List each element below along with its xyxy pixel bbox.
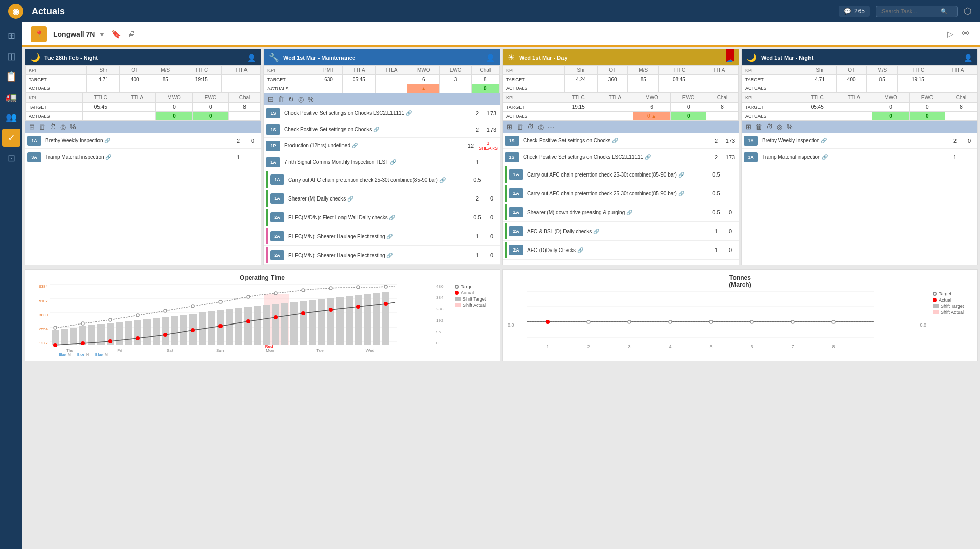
task-green-bar	[505, 185, 507, 202]
shift-title-2: Wed 1st Mar - Maintenance	[283, 55, 482, 61]
tonnes-svg: 1 2 3 4 5 6 7 8	[527, 291, 874, 353]
task-row: 1A Carry out AFC chain pretention check …	[503, 184, 739, 203]
app-logo[interactable]: ◉	[8, 4, 23, 19]
svg-rect-33	[300, 301, 307, 345]
toolbar-trash-icon-2[interactable]: 🗑	[278, 95, 284, 103]
task-row: 1P Production (12hrs) undefined 🔗 12 3SH…	[264, 138, 500, 154]
toolbar-clock-icon[interactable]: ⏱	[50, 123, 56, 131]
sidebar-item-doc[interactable]: 📋	[2, 67, 20, 86]
svg-point-92	[669, 320, 672, 323]
toolbar-trash-icon[interactable]: 🗑	[39, 123, 45, 131]
header-icons: ▷ 👁	[945, 27, 972, 41]
svg-point-49	[219, 300, 222, 303]
task-val2: 0	[724, 228, 737, 234]
y-axis-right: 480 384 288 192 96 0	[436, 284, 451, 345]
legend-rect-shift-target	[455, 297, 461, 301]
svg-rect-31	[281, 303, 288, 345]
kpi-table-2a: KPI PMT TTFA TTLA MWO EWO Chal TARGET 63…	[264, 65, 500, 93]
chart-container-tonnes: 0.0 0.0	[507, 291, 973, 354]
svg-point-48	[191, 305, 194, 308]
svg-point-43	[54, 326, 57, 329]
longwall-select[interactable]: Longwall 7N ▼	[53, 30, 105, 38]
print-icon[interactable]: 🖨	[128, 30, 136, 39]
svg-rect-25	[226, 309, 233, 345]
svg-point-66	[329, 308, 333, 312]
search-input[interactable]	[881, 8, 938, 14]
legend-shift-target-tonnes: Shift Target	[933, 304, 973, 309]
toolbar-target-icon-4[interactable]: ◎	[777, 123, 782, 131]
toolbar-target-icon-2[interactable]: ◎	[298, 95, 304, 103]
toolbar-table-icon[interactable]: ⊞	[29, 123, 35, 131]
kpi-table-3b: KPI TTLC TTLA MWO EWO Chal TARGET 19:15 …	[503, 93, 739, 121]
svg-rect-16	[153, 318, 160, 345]
toolbar-table-icon-4[interactable]: ⊞	[746, 123, 751, 131]
task-val1: 0.5	[710, 209, 722, 215]
svg-point-93	[709, 320, 713, 323]
y-label: 2554	[30, 327, 48, 331]
sidebar-item-grid[interactable]: ⊡	[2, 149, 20, 167]
toolbar-table-icon-2[interactable]: ⊞	[268, 95, 274, 103]
svg-rect-7	[70, 328, 77, 345]
task-name: ELEC(M/D/N): Elect Long Wall Daily check…	[286, 215, 469, 220]
video-icon[interactable]: ▷	[945, 27, 955, 41]
toolbar-refresh-icon-2[interactable]: ↻	[288, 95, 294, 103]
toolbar-table-icon-3[interactable]: ⊞	[507, 123, 512, 131]
toolbar-target-icon-3[interactable]: ◎	[538, 123, 544, 131]
toolbar-trash-icon-3[interactable]: 🗑	[517, 123, 523, 131]
sidebar-item-truck[interactable]: 🚛	[2, 88, 20, 106]
kpi-actual-ttfc	[181, 84, 222, 93]
chat-button[interactable]: 💬 265	[839, 6, 870, 17]
task-row: 1S Check Positive Set settings on Chocks…	[503, 133, 739, 149]
toolbar-percent-icon-4[interactable]: %	[787, 123, 793, 131]
task-name-shearer-daily: Shearer (M) Daily checks 🔗	[286, 196, 469, 202]
shift-header-1: 🌙 Tue 28th Feb - Night 👤	[25, 49, 261, 65]
svg-point-57	[81, 341, 85, 345]
svg-point-67	[356, 305, 360, 309]
shift-user-icon-4: 👤	[964, 54, 972, 62]
svg-text:Fri: Fri	[117, 348, 122, 353]
toolbar-target-icon[interactable]: ◎	[60, 123, 66, 131]
shift-moon-icon-4: 🌙	[747, 53, 757, 62]
svg-rect-41	[373, 293, 380, 345]
task-badge: 1A	[270, 193, 284, 204]
task-toolbar-3: ⊞ 🗑 ⏱ ◎ ⋯	[503, 121, 739, 133]
legend-dot-target-tonnes	[933, 292, 937, 296]
sidebar-item-dashboard[interactable]: ⊞	[2, 27, 20, 45]
task-badge: 1A	[27, 136, 41, 146]
bookmark-icon[interactable]: 🔖	[111, 29, 121, 39]
shift-title-4: Wed 1st Mar - Night	[761, 55, 960, 61]
svg-point-64	[274, 315, 278, 319]
shift-title-1: Tue 28th Feb - Night	[44, 55, 243, 61]
task-green-bar	[266, 190, 268, 207]
toolbar-clock-icon-3[interactable]: ⏱	[527, 123, 534, 131]
sidebar-item-check[interactable]: ✓	[2, 129, 20, 147]
toolbar-percent-icon[interactable]: %	[70, 123, 76, 131]
toolbar-trash-icon-4[interactable]: 🗑	[755, 123, 762, 131]
legend-label: Shift Actual	[941, 310, 964, 315]
task-badge: 2A	[509, 226, 523, 236]
search-box[interactable]: 🔍	[876, 6, 958, 17]
toolbar-percent-icon-2[interactable]: %	[308, 95, 314, 103]
y-label: 480	[436, 284, 451, 289]
toolbar-dots-icon-3[interactable]: ⋯	[548, 123, 554, 131]
chart-legend-tonnes: Target Actual Shift Target Shift Actual	[933, 291, 973, 354]
sidebar-item-people[interactable]: 👥	[2, 108, 20, 127]
task-badge: 1A	[744, 136, 758, 146]
top-nav-right: 💬 265 🔍 ⬡	[839, 6, 972, 17]
task-row: 1A Carry out AFC chain pretention check …	[264, 170, 500, 189]
svg-point-53	[329, 287, 332, 290]
sidebar-item-layers[interactable]: ◫	[2, 47, 20, 65]
task-val2: 173	[724, 138, 737, 144]
nav-export-icon[interactable]: ⬡	[964, 6, 972, 17]
svg-point-50	[247, 295, 250, 298]
task-val1: 0.5	[471, 177, 483, 183]
svg-text:Blue: Blue	[95, 353, 103, 356]
task-val2: 0	[724, 209, 737, 215]
tonnes-chart-left: 0.0 0.0	[527, 291, 912, 354]
task-row: 2A AFC (D)Daily Checks 🔗 1 0	[503, 241, 739, 260]
legend-rect-shift-target-tonnes	[933, 304, 939, 308]
toolbar-clock-icon-4[interactable]: ⏱	[766, 123, 773, 131]
task-badge: 1A	[509, 169, 523, 180]
eye-icon[interactable]: 👁	[960, 27, 972, 41]
task-badge: 1S	[505, 152, 519, 162]
